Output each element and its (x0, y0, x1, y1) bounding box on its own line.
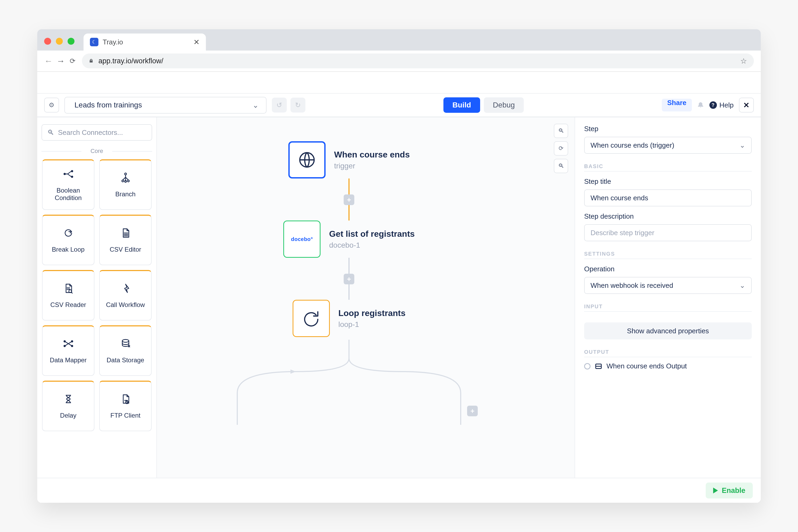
break-loop-icon (63, 227, 74, 241)
settings-button[interactable]: ⚙ (44, 98, 59, 113)
step-label: Step (584, 125, 752, 133)
refresh-icon: ⟳ (558, 145, 564, 152)
svg-point-10 (71, 341, 73, 342)
search-icon: 🔍︎ (48, 129, 54, 137)
output-item-label: When course ends Output (607, 362, 687, 370)
window-close-dot[interactable] (44, 38, 51, 45)
node-subtitle: docebo-1 (329, 241, 415, 249)
forward-icon[interactable]: → (56, 56, 65, 66)
workspace: 🔍︎ Search Connectors... Core Boolean Con… (37, 117, 761, 503)
tab-close-icon[interactable]: ✕ (193, 38, 200, 46)
enable-button[interactable]: Enable (706, 482, 753, 498)
node-subtitle: trigger (334, 162, 410, 170)
step-selector[interactable]: When course ends (trigger) ⌄ (584, 137, 752, 154)
zoom-in-button[interactable]: 🔍︎ (554, 124, 568, 138)
add-branch-button[interactable]: + (467, 406, 478, 416)
tile-label: Boolean Condition (45, 187, 92, 202)
connector-tile-delay[interactable]: Delay (42, 381, 94, 431)
app-topbar: ⚙ Leads from trainings ⌄ ↺ ↻ Build Debug… (37, 93, 761, 117)
connector-grid: Boolean ConditionBranchBreak LoopCSV Edi… (41, 159, 152, 431)
undo-button[interactable]: ↺ (272, 98, 287, 113)
zoom-in-icon: 🔍︎ (558, 128, 564, 134)
operation-value: When webhook is received (590, 281, 673, 290)
connector-tile-break-loop[interactable]: Break Loop (42, 215, 94, 265)
operation-label: Operation (584, 265, 752, 273)
csv-editor-icon (120, 227, 131, 241)
connector-tile-csv-reader[interactable]: CSV Reader (42, 270, 94, 321)
search-placeholder: Search Connectors... (58, 129, 123, 137)
share-button[interactable]: Share (662, 99, 691, 111)
window-zoom-dot[interactable] (68, 38, 75, 45)
redo-icon: ↻ (295, 101, 301, 109)
output-item[interactable]: When course ends Output (584, 362, 752, 370)
canvas-controls: 🔍︎ ⟳ 🔍︎ (554, 124, 568, 173)
tile-label: Break Loop (52, 246, 84, 253)
plus-icon: + (347, 196, 351, 204)
node-loop[interactable]: Loop registrants loop-1 (292, 300, 405, 337)
close-panel-button[interactable]: ✕ (739, 98, 754, 113)
connector-tile-branch[interactable]: Branch (99, 159, 152, 210)
add-step-button[interactable]: + (344, 194, 354, 205)
node-docebo[interactable]: docebo° Get list of registrants docebo-1 (283, 221, 415, 258)
browser-tab[interactable]: ☾ Tray.io ✕ (83, 34, 206, 51)
docebo-logo: docebo° (291, 236, 313, 242)
step-desc-label: Step description (584, 212, 752, 221)
play-icon (713, 488, 718, 493)
node-docebo-box: docebo° (283, 221, 321, 258)
history-buttons: ↺ ↻ (272, 98, 305, 113)
step-desc-input[interactable]: Describe step trigger (584, 224, 752, 241)
window-minimize-dot[interactable] (56, 38, 63, 45)
loop-branches: + (216, 340, 482, 425)
node-loop-text: Loop registrants loop-1 (338, 308, 405, 329)
advanced-properties-button[interactable]: Show advanced properties (584, 322, 752, 339)
tab-debug[interactable]: Debug (484, 97, 524, 113)
browser-tabbar: ☾ Tray.io ✕ (37, 29, 761, 51)
operation-selector[interactable]: When webhook is received ⌄ (584, 277, 752, 294)
core-section-label: Core (41, 148, 152, 155)
branch-icon (120, 172, 131, 186)
help-icon: ? (709, 101, 717, 109)
connector-line (348, 205, 349, 221)
data-storage-icon (120, 338, 131, 352)
data-mapper-icon (63, 338, 74, 352)
node-trigger-text: When course ends trigger (334, 150, 410, 170)
connector-search[interactable]: 🔍︎ Search Connectors... (41, 124, 152, 141)
connector-tile-ftp-client[interactable]: FTP Client (99, 381, 152, 431)
close-icon: ✕ (743, 101, 749, 110)
loop-icon (302, 309, 321, 328)
add-step-button[interactable]: + (344, 274, 354, 284)
connector-tile-call-workflow[interactable]: Call Workflow (99, 270, 152, 321)
help-button[interactable]: ? Help (709, 101, 734, 109)
zoom-fit-button[interactable]: ⟳ (554, 141, 568, 156)
workflow-selector[interactable]: Leads from trainings ⌄ (64, 97, 267, 114)
svg-point-1 (71, 170, 73, 172)
connector-tile-boolean-condition[interactable]: Boolean Condition (42, 159, 94, 210)
bell-icon[interactable]: 🔔︎ (697, 101, 704, 109)
csv-reader-icon (63, 283, 74, 296)
connector-tile-data-mapper[interactable]: Data Mapper (42, 325, 94, 376)
tab-build[interactable]: Build (443, 97, 480, 113)
settings-section: SETTINGS (584, 251, 752, 259)
redo-button[interactable]: ↻ (290, 98, 305, 113)
step-title-input[interactable]: When course ends (584, 189, 752, 206)
mode-tabs: Build Debug (443, 97, 524, 113)
bookmark-star-icon[interactable]: ☆ (740, 57, 747, 65)
boolean-condition-icon (63, 168, 74, 182)
back-icon[interactable]: ← (44, 56, 53, 66)
zoom-out-button[interactable]: 🔍︎ (554, 159, 568, 173)
reload-icon[interactable]: ⟳ (70, 57, 76, 65)
omnibox[interactable]: 🔒︎ app.tray.io/workflow/ ☆ (82, 54, 754, 68)
connector-line (348, 178, 349, 194)
node-title: Get list of registrants (329, 229, 415, 239)
node-loop-box (292, 300, 330, 337)
properties-panel: Step When course ends (trigger) ⌄ BASIC … (574, 117, 761, 503)
connector-tile-csv-editor[interactable]: CSV Editor (99, 215, 152, 265)
canvas[interactable]: 🔍︎ ⟳ 🔍︎ When course ends (157, 117, 574, 503)
url-text: app.tray.io/workflow/ (98, 57, 163, 65)
connector-tile-data-storage[interactable]: Data Storage (99, 325, 152, 376)
tile-label: CSV Reader (50, 301, 86, 308)
app-header-spacer (37, 72, 761, 93)
node-title: When course ends (334, 150, 410, 159)
browser-window: ☾ Tray.io ✕ ← → ⟳ 🔒︎ app.tray.io/workflo… (37, 29, 761, 503)
node-trigger[interactable]: When course ends trigger (288, 141, 410, 178)
